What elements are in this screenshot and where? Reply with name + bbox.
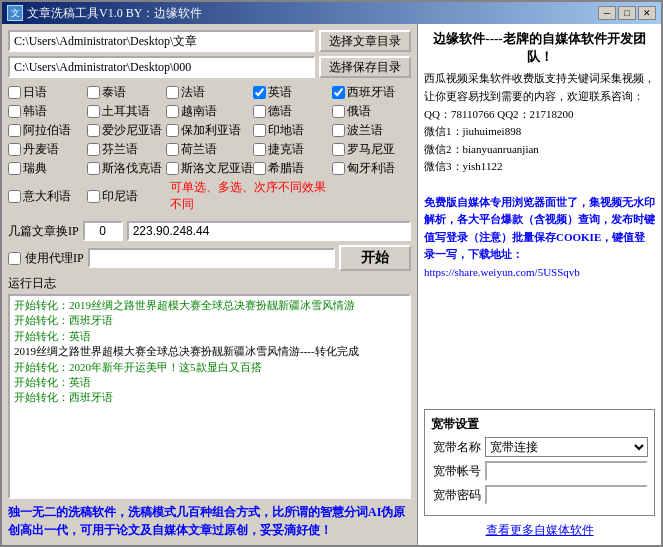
checkbox-russian-input[interactable] <box>332 105 345 118</box>
checkbox-german-input[interactable] <box>253 105 266 118</box>
checkbox-italian-label: 意大利语 <box>23 188 71 205</box>
checkbox-danish-input[interactable] <box>8 143 21 156</box>
broadband-password-label: 宽带密码 <box>431 487 481 504</box>
checkbox-thai-label: 泰语 <box>102 84 126 101</box>
checkbox-bulgarian-label: 保加利亚语 <box>181 122 241 139</box>
checkbox-swedish-input[interactable] <box>8 162 21 175</box>
right-panel: 边缘软件----老牌的自媒体软件开发团队！ 西瓜视频采集软件收费版支持关键词采集… <box>417 24 661 545</box>
checkbox-slovenian-input[interactable] <box>166 162 179 175</box>
save-dir-button[interactable]: 选择保存目录 <box>319 56 411 78</box>
checkbox-greek-input[interactable] <box>253 162 266 175</box>
main-window: 文 文章洗稿工具V1.0 BY：边缘软件 ─ □ ✕ 选择文章目录 选择保存目录 <box>0 0 663 547</box>
checkbox-japanese-label: 日语 <box>23 84 47 101</box>
broadband-title: 宽带设置 <box>431 416 648 433</box>
checkbox-german: 德语 <box>253 103 332 120</box>
checkbox-arabic: 阿拉伯语 <box>8 122 87 139</box>
checkbox-english-input[interactable] <box>253 86 266 99</box>
log-line: 2019丝绸之路世界超模大赛全球总决赛扮靓新疆冰雪风情游----转化完成 <box>14 344 405 359</box>
close-button[interactable]: ✕ <box>638 6 656 20</box>
select-dir-button[interactable]: 选择文章目录 <box>319 30 411 52</box>
app-icon: 文 <box>7 5 23 21</box>
checkbox-japanese-input[interactable] <box>8 86 21 99</box>
checkbox-french-label: 法语 <box>181 84 205 101</box>
title-bar: 文 文章洗稿工具V1.0 BY：边缘软件 ─ □ ✕ <box>2 2 661 24</box>
checkbox-german-label: 德语 <box>268 103 292 120</box>
checkbox-finnish: 芬兰语 <box>87 141 166 158</box>
broadband-name-select[interactable]: 宽带连接 <box>485 437 648 457</box>
checkbox-estonian-label: 爱沙尼亚语 <box>102 122 162 139</box>
log-line: 开始转化：西班牙语 <box>14 390 405 405</box>
checkbox-french-input[interactable] <box>166 86 179 99</box>
log-area[interactable]: 开始转化：2019丝绸之路世界超模大赛全球总决赛扮靓新疆冰雪风情游 开始转化：西… <box>8 294 411 499</box>
checkbox-hungarian: 匈牙利语 <box>332 160 411 177</box>
log-line: 开始转化：西班牙语 <box>14 313 405 328</box>
ip-count-label: 几篇文章换IP <box>8 223 79 240</box>
checkbox-greek: 希腊语 <box>253 160 332 177</box>
log-line: 开始转化：2019丝绸之路世界超模大赛全球总决赛扮靓新疆冰雪风情游 <box>14 298 405 313</box>
checkbox-hungarian-input[interactable] <box>332 162 345 175</box>
checkbox-english-label: 英语 <box>268 84 292 101</box>
checkbox-romanian: 罗马尼亚 <box>332 141 411 158</box>
checkbox-russian-label: 俄语 <box>347 103 371 120</box>
checkbox-czech-input[interactable] <box>253 143 266 156</box>
maximize-button[interactable]: □ <box>618 6 636 20</box>
checkbox-thai-input[interactable] <box>87 86 100 99</box>
broadband-section: 宽带设置 宽带名称 宽带连接 宽带帐号 宽带密码 <box>424 409 655 516</box>
checkbox-italian-input[interactable] <box>8 190 21 203</box>
checkbox-korean: 韩语 <box>8 103 87 120</box>
checkbox-french: 法语 <box>166 84 253 101</box>
checkbox-dutch: 荷兰语 <box>166 141 253 158</box>
ad-text: 独一无二的洗稿软件，洗稿模式几百种组合方式，比所谓的智慧分词AI伪原创高出一代，… <box>8 503 411 539</box>
checkbox-vietnamese-input[interactable] <box>166 105 179 118</box>
checkbox-slovak-input[interactable] <box>87 162 100 175</box>
path1-row: 选择文章目录 <box>8 30 411 52</box>
checkbox-hindi-input[interactable] <box>253 124 266 137</box>
proxy-input[interactable] <box>88 248 335 268</box>
checkbox-dutch-label: 荷兰语 <box>181 141 217 158</box>
checkbox-czech: 捷克语 <box>253 141 332 158</box>
checkbox-indonesian-input[interactable] <box>87 190 100 203</box>
checkbox-swedish: 瑞典 <box>8 160 87 177</box>
checkbox-finnish-label: 芬兰语 <box>102 141 138 158</box>
start-button[interactable]: 开始 <box>339 245 411 271</box>
checkbox-polish-input[interactable] <box>332 124 345 137</box>
broadband-password-input[interactable] <box>485 485 648 505</box>
checkbox-turkish-label: 土耳其语 <box>102 103 150 120</box>
checkbox-hindi-label: 印地语 <box>268 122 304 139</box>
promo-link[interactable]: https://share.weiyun.com/5USSqvb <box>424 264 655 282</box>
language-checkboxes: 日语 泰语 法语 英语 西班牙语 <box>8 84 411 213</box>
log-section: 运行日志 开始转化：2019丝绸之路世界超模大赛全球总决赛扮靓新疆冰雪风情游 开… <box>8 275 411 539</box>
checkbox-russian: 俄语 <box>332 103 411 120</box>
checkbox-danish-label: 丹麦语 <box>23 141 59 158</box>
checkbox-slovak: 斯洛伐克语 <box>87 160 166 177</box>
checkbox-indonesian: 印尼语 <box>87 179 166 213</box>
checkbox-turkish: 土耳其语 <box>87 103 166 120</box>
ip-value-input[interactable] <box>127 221 411 241</box>
broadband-name-label: 宽带名称 <box>431 439 481 456</box>
checkbox-spanish-input[interactable] <box>332 86 345 99</box>
ip-count-input[interactable] <box>83 221 123 241</box>
checkbox-turkish-input[interactable] <box>87 105 100 118</box>
path2-row: 选择保存目录 <box>8 56 411 78</box>
checkbox-romanian-label: 罗马尼亚 <box>347 141 395 158</box>
checkbox-hungarian-label: 匈牙利语 <box>347 160 395 177</box>
path2-input[interactable] <box>8 56 315 78</box>
checkbox-romanian-input[interactable] <box>332 143 345 156</box>
checkbox-finnish-input[interactable] <box>87 143 100 156</box>
checkbox-estonian-input[interactable] <box>87 124 100 137</box>
checkbox-bulgarian-input[interactable] <box>166 124 179 137</box>
broadband-account-input[interactable] <box>485 461 648 481</box>
checkbox-greek-label: 希腊语 <box>268 160 304 177</box>
contact-wechat3: 微信3：yish1122 <box>424 158 655 176</box>
checkbox-thai: 泰语 <box>87 84 166 101</box>
checkbox-dutch-input[interactable] <box>166 143 179 156</box>
left-panel: 选择文章目录 选择保存目录 日语 泰语 法语 <box>2 24 417 545</box>
more-link[interactable]: 查看更多自媒体软件 <box>424 522 655 539</box>
checkbox-arabic-input[interactable] <box>8 124 21 137</box>
minimize-button[interactable]: ─ <box>598 6 616 20</box>
checkbox-korean-input[interactable] <box>8 105 21 118</box>
proxy-checkbox[interactable] <box>8 252 21 265</box>
checkbox-italian: 意大利语 <box>8 179 87 213</box>
path1-input[interactable] <box>8 30 315 52</box>
proxy-label: 使用代理IP <box>25 250 84 267</box>
